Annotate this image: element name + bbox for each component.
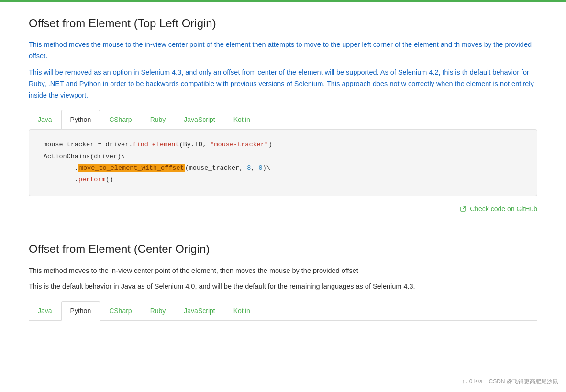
- github-link-anchor-1[interactable]: Check code on GitHub: [460, 204, 537, 214]
- tab1-csharp[interactable]: CSharp: [100, 110, 141, 129]
- external-link-icon-1: [460, 205, 467, 213]
- tab1-ruby[interactable]: Ruby: [141, 110, 175, 129]
- main-content: Offset from Element (Top Left Origin) Th…: [0, 0, 566, 330]
- section1-code-block: mouse_tracker = driver.find_element(By.I…: [29, 129, 537, 196]
- section2-desc1: This method moves to the in-view center …: [29, 265, 537, 277]
- code-line-4: .perform(): [44, 174, 522, 185]
- section2-desc2: This is the default behavior in Java as …: [29, 281, 537, 293]
- code-line-3: .move_to_element_with_offset(mouse_track…: [44, 163, 522, 174]
- github-link-text-1: Check code on GitHub: [470, 204, 537, 214]
- code-line-1: mouse_tracker = driver.find_element(By.I…: [44, 139, 522, 151]
- section1-tabs: Java Python CSharp Ruby JavaScript Kotli…: [29, 110, 537, 129]
- tab2-javascript[interactable]: JavaScript: [175, 301, 224, 320]
- tab1-javascript[interactable]: JavaScript: [175, 110, 224, 129]
- tab2-kotlin[interactable]: Kotlin: [224, 301, 259, 320]
- tab1-java[interactable]: Java: [29, 110, 61, 129]
- github-link-section1: Check code on GitHub: [29, 204, 537, 216]
- scroll-indicator: [0, 0, 566, 2]
- code-line-2: ActionChains(driver)\: [44, 151, 522, 163]
- section2-tabs: Java Python CSharp Ruby JavaScript Kotli…: [29, 301, 537, 320]
- tab1-kotlin[interactable]: Kotlin: [224, 110, 259, 129]
- svg-line-1: [463, 206, 466, 209]
- section1-desc2: This will be removed as an option in Sel…: [29, 67, 537, 101]
- tab2-java[interactable]: Java: [29, 301, 61, 320]
- section2-title: Offset from Element (Center Origin): [29, 240, 537, 258]
- tab2-ruby[interactable]: Ruby: [141, 301, 175, 320]
- tab1-python[interactable]: Python: [61, 110, 100, 129]
- section1-desc1: This method moves the mouse to the in-vi…: [29, 39, 537, 62]
- tab2-python[interactable]: Python: [61, 301, 100, 320]
- section1-title: Offset from Element (Top Left Origin): [29, 14, 537, 33]
- tab2-csharp[interactable]: CSharp: [100, 301, 141, 320]
- section-divider: [29, 230, 537, 230]
